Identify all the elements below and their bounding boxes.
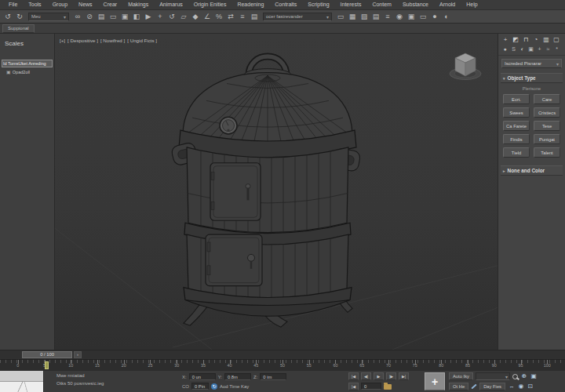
undo-icon[interactable]: ↺ bbox=[2, 12, 13, 22]
modify-tab-icon[interactable]: ◩ bbox=[512, 36, 519, 44]
motion-tab-icon[interactable]: ◔ bbox=[532, 36, 540, 44]
scale-icon[interactable]: ▱ bbox=[178, 12, 189, 22]
select-by-name-icon[interactable]: ▤ bbox=[96, 12, 107, 22]
mirror-icon[interactable]: ⇄ bbox=[225, 12, 236, 22]
set-key-button[interactable]: Ot He bbox=[449, 383, 468, 390]
pan-icon[interactable]: ↔ bbox=[508, 383, 516, 390]
scene-item-selected[interactable]: Id TomsUket Anreding bbox=[2, 60, 53, 67]
prev-frame-icon[interactable]: ◀| bbox=[361, 372, 371, 380]
go-start-icon[interactable]: |◀ bbox=[348, 372, 359, 380]
viewport-label[interactable]: [ Despositive ] bbox=[67, 38, 98, 43]
schematic-view-icon[interactable]: ▨ bbox=[359, 12, 370, 22]
scene-item[interactable]: ▣ Opad2oll bbox=[6, 69, 53, 74]
menu-item[interactable]: Makings bbox=[122, 0, 154, 9]
set-keys-button[interactable]: + bbox=[425, 372, 445, 390]
percent-snap-icon[interactable]: % bbox=[213, 12, 224, 22]
select-object-icon[interactable]: ▶ bbox=[143, 12, 154, 22]
menu-item[interactable]: Group bbox=[47, 0, 73, 9]
name-color-rollout-header[interactable]: ▸ None and Color bbox=[501, 165, 563, 176]
folder-icon[interactable] bbox=[384, 384, 392, 390]
menu-item[interactable]: Readening bbox=[231, 0, 269, 9]
layers-icon[interactable]: ▤ bbox=[249, 12, 260, 22]
object-type-button[interactable]: Cristiecs bbox=[534, 107, 560, 118]
display-tab-icon[interactable]: ▥ bbox=[542, 36, 550, 44]
listener-macro-line[interactable] bbox=[0, 371, 43, 382]
autogrid-label[interactable]: Plerisone bbox=[498, 86, 565, 91]
selection-filter-dropdown[interactable]: Meu bbox=[28, 13, 69, 21]
cameras-category-icon[interactable]: ▣ bbox=[527, 45, 534, 53]
current-frame-field[interactable]: 0 bbox=[361, 383, 381, 390]
menu-item[interactable]: Contem bbox=[366, 0, 397, 9]
menu-item[interactable]: Scripting bbox=[302, 0, 334, 9]
menu-item[interactable]: News bbox=[73, 0, 98, 9]
hierarchy-tab-icon[interactable]: ⊓ bbox=[522, 36, 530, 44]
snap-toggle-icon[interactable]: ◆ bbox=[190, 12, 201, 22]
z-coordinate-field[interactable]: 0 im bbox=[260, 373, 286, 380]
menu-item[interactable]: Crear bbox=[98, 0, 123, 9]
object-type-button[interactable]: Puntgat bbox=[534, 134, 560, 144]
object-type-button[interactable]: Care bbox=[534, 94, 560, 104]
object-type-button[interactable]: Talent bbox=[534, 147, 560, 158]
key-selection-dropdown[interactable] bbox=[476, 372, 510, 380]
maximize-viewport-icon[interactable]: ⊡ bbox=[527, 383, 534, 390]
zoom-extents-icon[interactable]: ▣ bbox=[530, 372, 538, 380]
named-selection-sets-dropdown[interactable]: ocer fastrevander bbox=[263, 13, 332, 21]
shapes-category-icon[interactable]: S bbox=[510, 45, 517, 53]
move-icon[interactable]: + bbox=[155, 12, 166, 22]
crossing-selection-icon[interactable]: ▣ bbox=[119, 12, 130, 22]
systems-category-icon[interactable]: * bbox=[553, 45, 560, 53]
redo-icon[interactable]: ↻ bbox=[14, 12, 25, 22]
ribbon-tab-button[interactable]: Suppional bbox=[2, 24, 35, 33]
menu-item[interactable]: Tools bbox=[23, 0, 46, 9]
object-type-button[interactable]: Ca Farete bbox=[503, 121, 530, 131]
go-end-icon[interactable]: ▶| bbox=[399, 372, 409, 380]
primitives-dropdown[interactable]: Iscreded Pisnarar bbox=[501, 59, 562, 68]
viewport-label[interactable]: [ Nowifred ] bbox=[100, 38, 125, 43]
rect-region-icon[interactable]: ▭ bbox=[108, 12, 118, 22]
angle-snap-icon[interactable]: ∠ bbox=[202, 12, 213, 22]
key-filters-button[interactable]: Day Fies bbox=[479, 383, 505, 390]
utilities-tab-icon[interactable]: ▢ bbox=[552, 36, 560, 44]
window-selection-icon[interactable]: ◧ bbox=[131, 12, 142, 22]
helpers-category-icon[interactable]: + bbox=[536, 45, 543, 53]
time-slider-track[interactable]: 0 / 100 › bbox=[0, 350, 565, 359]
next-frame-button[interactable]: › bbox=[74, 351, 82, 358]
unlink-icon[interactable]: ⊘ bbox=[84, 12, 95, 22]
object-type-button[interactable]: Ecrt. bbox=[503, 94, 530, 104]
time-position-marker[interactable] bbox=[45, 361, 49, 369]
next-frame-icon[interactable]: |▶ bbox=[386, 372, 396, 380]
time-tag-icon[interactable]: ↻ bbox=[211, 383, 217, 390]
magnifier-icon[interactable] bbox=[512, 374, 518, 379]
curve-editor-icon[interactable]: ▦ bbox=[347, 12, 358, 22]
add-time-tag[interactable]: Aod Time Kay bbox=[220, 384, 249, 389]
menu-item[interactable]: Substance bbox=[397, 0, 434, 9]
layer-explorer-icon[interactable]: ≡ bbox=[382, 12, 393, 22]
viewport-label[interactable]: [ Ungid Ficts ] bbox=[127, 38, 157, 43]
toggle-ribbon-icon[interactable]: ▭ bbox=[335, 12, 346, 22]
object-type-button[interactable]: Findis bbox=[503, 134, 530, 144]
go-to-start-button[interactable]: |◀ bbox=[348, 383, 359, 390]
smoker-model-wireframe[interactable] bbox=[55, 34, 498, 350]
object-type-button[interactable]: Tese bbox=[534, 121, 560, 131]
render-iterative-icon[interactable]: ◐ bbox=[441, 12, 452, 22]
menu-item[interactable]: Animarus bbox=[154, 0, 188, 9]
listener-script-line[interactable] bbox=[0, 382, 43, 392]
rendered-frame-icon[interactable]: ▭ bbox=[417, 12, 428, 22]
material-editor-icon[interactable]: ◉ bbox=[394, 12, 405, 22]
object-type-button[interactable]: Tield bbox=[503, 147, 530, 158]
orbit-icon[interactable]: ◉ bbox=[517, 383, 525, 390]
x-coordinate-field[interactable]: 0 un bbox=[189, 373, 216, 380]
select-link-icon[interactable]: ∞ bbox=[72, 12, 83, 22]
render-production-icon[interactable]: ● bbox=[429, 12, 440, 22]
create-tab-icon[interactable]: + bbox=[501, 36, 509, 44]
geometry-category-icon[interactable]: ● bbox=[501, 45, 508, 53]
zoom-icon[interactable]: ⊕ bbox=[520, 372, 528, 380]
menu-item[interactable]: Contralts bbox=[269, 0, 302, 9]
viewcube[interactable] bbox=[447, 48, 483, 82]
render-setup-icon[interactable]: ▣ bbox=[406, 12, 417, 22]
spacewarps-category-icon[interactable]: ≈ bbox=[545, 45, 552, 53]
rotate-icon[interactable]: ↺ bbox=[166, 12, 177, 22]
play-icon[interactable]: ▶ bbox=[374, 372, 384, 380]
time-slider-handle[interactable]: 0 / 100 bbox=[22, 351, 72, 358]
scene-explorer-icon[interactable]: ▤ bbox=[370, 12, 381, 22]
